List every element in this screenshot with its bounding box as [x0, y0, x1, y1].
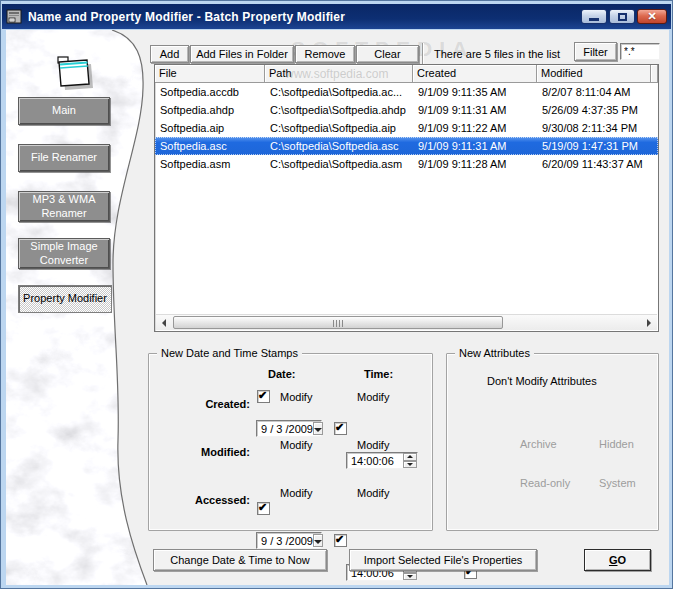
go-button[interactable]: GO — [584, 549, 651, 571]
import-selected-file-properties-label: Import Selected File's Properties — [364, 554, 523, 566]
chevron-down-icon — [314, 540, 322, 544]
created-date-modify-checkbox[interactable] — [257, 390, 270, 403]
accessed-row-label: Accessed: — [166, 494, 250, 506]
spin-down-icon[interactable] — [403, 461, 417, 469]
cell-path: C:\softpedia\Softpedia.aip — [265, 122, 413, 134]
file-count-status: There are 5 files in the list — [434, 48, 560, 60]
modified-date-value: 9 / 3 /2009 — [257, 535, 313, 547]
sidebar-item-mp3-wma-renamer[interactable]: MP3 & WMA Renamer — [18, 191, 110, 222]
cell-path: C:\softpedia\Softpedia.asc — [265, 140, 413, 152]
column-header-created[interactable]: Created — [413, 65, 537, 83]
cell-file: Softpedia.aip — [155, 122, 265, 134]
filter-button[interactable]: Filter — [574, 42, 617, 61]
cell-created: 9/1/09 9:11:28 AM — [413, 158, 537, 170]
horizontal-scrollbar[interactable] — [156, 314, 657, 330]
import-selected-file-properties-button[interactable]: Import Selected File's Properties — [349, 549, 537, 571]
sidebar-item-property-modifier[interactable]: Property Modifier — [18, 285, 112, 313]
modified-date-dropdown-button[interactable] — [313, 534, 323, 547]
maximize-button[interactable] — [609, 9, 635, 24]
archive-label: Archive — [520, 438, 557, 450]
clear-button-label: Clear — [374, 48, 400, 60]
cell-created: 9/1/09 9:11:31 AM — [413, 140, 537, 152]
filter-button-label: Filter — [583, 46, 607, 58]
table-row[interactable]: Softpedia.aip C:\softpedia\Softpedia.aip… — [155, 119, 658, 137]
date-column-header: Date: — [268, 368, 296, 380]
hidden-label: Hidden — [599, 438, 634, 450]
sidebar-item-simple-image-converter[interactable]: Simple Image Converter — [18, 238, 110, 269]
window-title: Name and Property Modifier - Batch Prope… — [28, 10, 345, 24]
add-button[interactable]: Add — [150, 45, 189, 63]
cell-modified: 9/30/08 2:11:34 PM — [537, 122, 651, 134]
time-column-header: Time: — [364, 368, 393, 380]
filter-pattern-input[interactable] — [620, 43, 660, 60]
remove-button[interactable]: Remove — [295, 45, 355, 63]
scrollbar-grip-icon — [333, 320, 344, 327]
created-date-combobox[interactable]: 9 / 3 /2009 — [256, 420, 322, 437]
created-time-spinner[interactable]: 14:00:06 — [346, 452, 418, 469]
minimize-icon — [589, 18, 599, 21]
scrollbar-thumb[interactable] — [173, 316, 503, 329]
add-files-in-folder-button[interactable]: Add Files in Folder — [190, 45, 294, 63]
sidebar-item-label: File Renamer — [31, 151, 97, 165]
created-time-value: 14:00:06 — [347, 455, 403, 467]
change-date-time-now-button[interactable]: Change Date & Time to Now — [153, 549, 327, 571]
cell-modified: 6/20/09 11:43:37 AM — [537, 158, 651, 170]
clear-button[interactable]: Clear — [356, 45, 419, 63]
table-row-selected[interactable]: Softpedia.asc C:\softpedia\Softpedia.asc… — [155, 137, 658, 155]
change-date-time-now-label: Change Date & Time to Now — [170, 554, 309, 566]
created-time-modify-label: Modify — [357, 391, 389, 403]
created-date-value: 9 / 3 /2009 — [257, 423, 313, 435]
table-row[interactable]: Softpedia.ahdp C:\softpedia\Softpedia.ah… — [155, 101, 658, 119]
column-header-file[interactable]: File — [155, 65, 265, 83]
scroll-left-button[interactable] — [156, 315, 172, 331]
spin-up-icon[interactable] — [403, 453, 417, 461]
sidebar-item-label: MP3 & WMA Renamer — [22, 193, 106, 221]
add-files-in-folder-label: Add Files in Folder — [196, 48, 288, 60]
sidebar-item-file-renamer[interactable]: File Renamer — [18, 144, 110, 172]
modified-date-modify-checkbox[interactable] — [257, 502, 270, 515]
created-date-dropdown-button[interactable] — [313, 422, 323, 435]
created-time-spin-buttons[interactable] — [403, 453, 417, 468]
app-icon — [6, 9, 23, 25]
system-label: System — [599, 477, 636, 489]
table-row[interactable]: Softpedia.accdb C:\softpedia\Softpedia.a… — [155, 83, 658, 101]
cell-created: 9/1/09 9:11:22 AM — [413, 122, 537, 134]
sidebar-item-label: Property Modifier — [23, 292, 107, 306]
remove-button-label: Remove — [305, 48, 346, 60]
modified-date-combobox[interactable]: 9 / 3 /2009 — [256, 532, 322, 549]
table-row[interactable]: Softpedia.asm C:\softpedia\Softpedia.asm… — [155, 155, 658, 173]
column-header-path[interactable]: Path — [265, 65, 413, 83]
spin-down-icon[interactable] — [403, 573, 417, 581]
scroll-right-icon — [647, 319, 651, 327]
go-label-initial: G — [609, 554, 618, 566]
cell-created: 9/1/09 9:11:35 AM — [413, 86, 537, 98]
accessed-date-modify-label: Modify — [280, 487, 312, 499]
chevron-down-icon — [314, 428, 322, 432]
title-bar[interactable]: Name and Property Modifier - Batch Prope… — [2, 4, 671, 29]
column-header-spacer — [651, 65, 658, 83]
cell-path: C:\softpedia\Softpedia.ac... — [265, 86, 413, 98]
accessed-time-modify-label: Modify — [357, 487, 389, 499]
toolbar-divider — [422, 43, 423, 64]
scroll-right-button[interactable] — [641, 315, 657, 331]
modified-time-modify-checkbox[interactable] — [334, 534, 347, 547]
attributes-group-title: New Attributes — [455, 347, 534, 359]
close-button[interactable]: ✕ — [637, 9, 667, 24]
sidebar-item-main[interactable]: Main — [18, 97, 110, 125]
page-icon — [51, 52, 95, 96]
go-label-rest: O — [618, 554, 627, 566]
cell-modified: 5/26/09 4:37:35 PM — [537, 104, 651, 116]
column-header-modified[interactable]: Modified — [537, 65, 651, 83]
cell-file: Softpedia.asc — [155, 140, 265, 152]
dont-modify-attributes-label: Don't Modify Attributes — [487, 375, 597, 387]
created-date-modify-label: Modify — [280, 391, 312, 403]
created-row-label: Created: — [166, 398, 250, 410]
created-time-modify-checkbox[interactable] — [334, 422, 347, 435]
cell-created: 9/1/09 9:11:31 AM — [413, 104, 537, 116]
window-body: Main File Renamer MP3 & WMA Renamer Simp… — [6, 30, 669, 585]
minimize-button[interactable] — [581, 9, 607, 24]
read-only-label: Read-only — [520, 477, 570, 489]
close-icon: ✕ — [647, 11, 656, 22]
cell-path: C:\softpedia\Softpedia.asm — [265, 158, 413, 170]
modified-time-modify-label: Modify — [357, 439, 389, 451]
